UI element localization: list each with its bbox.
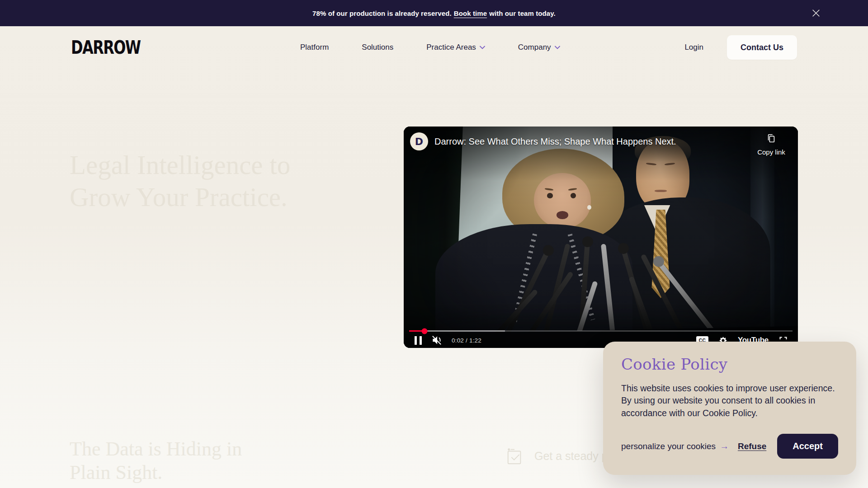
nav-item-company[interactable]: Company xyxy=(518,43,560,52)
main-nav: Platform Solutions Practice Areas Compan… xyxy=(300,43,560,52)
muted-volume-icon xyxy=(431,334,443,346)
login-link[interactable]: Login xyxy=(684,43,703,52)
chevron-down-icon xyxy=(480,46,485,49)
youtube-video-player[interactable]: D Darrow: See What Others Miss; Shape Wh… xyxy=(404,127,798,348)
nav-item-practice-areas[interactable]: Practice Areas xyxy=(426,43,485,52)
contact-us-button[interactable]: Contact Us xyxy=(727,35,797,60)
video-title[interactable]: Darrow: See What Others Miss; Shape What… xyxy=(434,136,676,147)
site-header: DARROW Platform Solutions Practice Areas… xyxy=(0,26,868,69)
copy-icon xyxy=(766,133,776,144)
hero-heading: Legal Intelligence to Grow Your Practice… xyxy=(70,149,290,213)
copy-link-button[interactable]: Copy link xyxy=(752,133,791,156)
accept-button[interactable]: Accept xyxy=(777,434,838,459)
hero-heading-line1: Legal Intelligence to xyxy=(70,150,290,180)
cookie-policy-dialog: Cookie Policy This website uses cookies … xyxy=(603,342,856,475)
arrow-right-icon: → xyxy=(720,441,729,451)
refuse-button[interactable]: Refuse xyxy=(738,441,766,451)
x-icon xyxy=(811,8,821,18)
cookie-dialog-body: This website uses cookies to improve use… xyxy=(621,382,837,419)
header-actions: Login Contact Us xyxy=(684,35,797,60)
pause-button[interactable] xyxy=(415,336,422,345)
progress-bar[interactable] xyxy=(409,330,793,332)
section-heading-line2: Plain Sight. xyxy=(70,461,162,483)
promo-banner: 78% of our production is already reserve… xyxy=(0,0,868,26)
book-time-link[interactable]: Book time xyxy=(454,9,487,17)
nav-item-solutions[interactable]: Solutions xyxy=(362,43,393,52)
darrow-logo[interactable]: DARROW xyxy=(71,37,141,58)
section-heading-line1: The Data is Hiding in xyxy=(70,438,242,460)
promo-message-suffix: with our team today. xyxy=(489,9,556,17)
promo-message: 78% of our production is already reserve… xyxy=(312,9,452,17)
banner-close-button[interactable] xyxy=(810,7,822,19)
checkbox-icon xyxy=(505,446,524,465)
hero-heading-line2: Grow Your Practice. xyxy=(70,182,288,212)
video-scene xyxy=(404,127,798,348)
promo-banner-text: 78% of our production is already reserve… xyxy=(312,9,556,17)
section-heading: The Data is Hiding in Plain Sight. xyxy=(70,437,242,484)
time-display: 0:02 / 1:22 xyxy=(452,337,481,344)
copy-link-label: Copy link xyxy=(752,148,791,156)
progress-playhead[interactable] xyxy=(421,328,427,334)
unmute-button[interactable] xyxy=(431,334,443,346)
cookie-dialog-title: Cookie Policy xyxy=(621,355,838,373)
personalize-cookies-link[interactable]: personalize your cookies → xyxy=(621,441,729,451)
video-titlebar: D Darrow: See What Others Miss; Shape Wh… xyxy=(410,132,748,150)
channel-avatar[interactable]: D xyxy=(410,132,428,150)
nav-item-platform[interactable]: Platform xyxy=(300,43,329,52)
chevron-down-icon xyxy=(555,46,560,49)
